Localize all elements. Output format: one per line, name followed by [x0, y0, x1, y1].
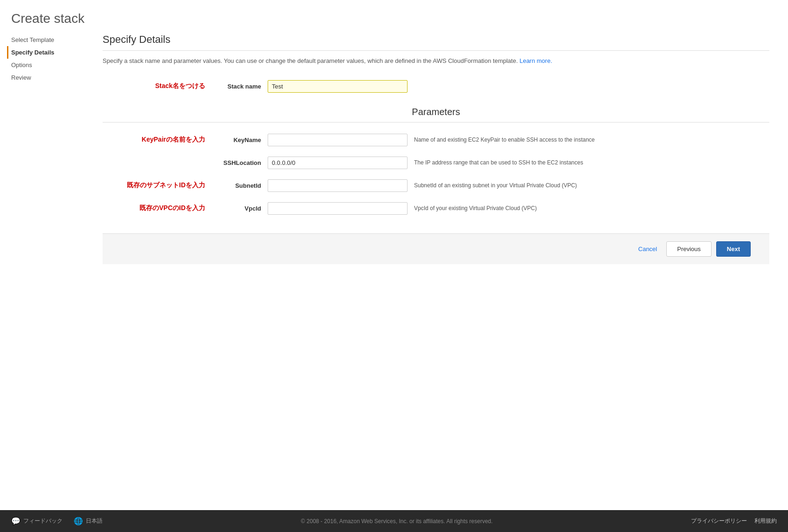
- footer-bar: Cancel Previous Next: [103, 233, 769, 264]
- feedback-item[interactable]: 💬 フィードバック: [11, 517, 62, 525]
- keyname-description: Name of and existing EC2 KeyPair to enab…: [414, 136, 624, 143]
- keyname-input[interactable]: [268, 134, 408, 146]
- main-content: Specify Details Specify a stack name and…: [93, 34, 788, 510]
- privacy-policy-link[interactable]: プライバシーポリシー: [691, 517, 747, 525]
- stack-name-annotation: Stack名をつける: [103, 82, 205, 90]
- subnetid-description: SubnetId of an existing subnet in your V…: [414, 182, 624, 189]
- sidebar-item-specify-details[interactable]: Specify Details: [7, 46, 93, 59]
- section-title: Specify Details: [103, 34, 769, 51]
- footer-right: プライバシーポリシー 利用規約: [691, 517, 777, 525]
- stack-name-label: Stack name: [214, 83, 261, 90]
- vpcid-description: VpcId of your existing Virtual Private C…: [414, 205, 624, 211]
- vpcid-label: VpcId: [214, 205, 261, 212]
- feedback-label: フィードバック: [23, 517, 62, 525]
- feedback-icon: 💬: [11, 517, 21, 525]
- vpcid-annotation: 既存のVPCのIDを入力: [103, 204, 205, 212]
- next-button[interactable]: Next: [716, 241, 751, 257]
- vpcid-input[interactable]: [268, 202, 408, 215]
- page-title: Create stack: [0, 0, 788, 34]
- terms-link[interactable]: 利用規約: [754, 517, 777, 525]
- sidebar-item-review[interactable]: Review: [11, 71, 93, 84]
- keyname-label: KeyName: [214, 136, 261, 143]
- sshlocation-label: SSHLocation: [214, 159, 261, 166]
- sshlocation-row: SSHLocation The IP address range that ca…: [103, 157, 769, 169]
- section-description: Specify a stack name and parameter value…: [103, 56, 769, 66]
- parameters-title: Parameters: [103, 107, 769, 117]
- sshlocation-input[interactable]: [268, 157, 408, 169]
- subnetid-label: SubnetId: [214, 182, 261, 189]
- learn-more-link[interactable]: Learn more.: [519, 57, 552, 64]
- subnetid-row: 既存のサブネットIDを入力 SubnetId SubnetId of an ex…: [103, 179, 769, 192]
- previous-button[interactable]: Previous: [666, 241, 712, 257]
- keyname-row: KeyPairの名前を入力 KeyName Name of and existi…: [103, 134, 769, 146]
- language-icon: 🌐: [74, 517, 83, 525]
- vpcid-row: 既存のVPCのIDを入力 VpcId VpcId of your existin…: [103, 202, 769, 215]
- subnetid-input[interactable]: [268, 179, 408, 192]
- sidebar-item-options[interactable]: Options: [11, 59, 93, 71]
- stack-name-input[interactable]: [268, 80, 408, 93]
- page-footer: 💬 フィードバック 🌐 日本語 © 2008 - 2016, Amazon We…: [0, 510, 788, 532]
- sidebar: Select Template Specify Details Options …: [0, 34, 93, 510]
- footer-left: 💬 フィードバック 🌐 日本語: [11, 517, 103, 525]
- footer-copyright: © 2008 - 2016, Amazon Web Services, Inc.…: [103, 518, 691, 525]
- language-label: 日本語: [86, 517, 103, 525]
- language-item[interactable]: 🌐 日本語: [74, 517, 103, 525]
- cancel-button[interactable]: Cancel: [634, 242, 662, 256]
- keyname-annotation: KeyPairの名前を入力: [103, 136, 205, 144]
- sidebar-item-select-template[interactable]: Select Template: [11, 34, 93, 46]
- subnetid-annotation: 既存のサブネットIDを入力: [103, 181, 205, 190]
- stack-name-row: Stack名をつける Stack name: [103, 80, 769, 93]
- sshlocation-description: The IP address range that can be used to…: [414, 159, 624, 166]
- parameters-divider: [103, 122, 769, 123]
